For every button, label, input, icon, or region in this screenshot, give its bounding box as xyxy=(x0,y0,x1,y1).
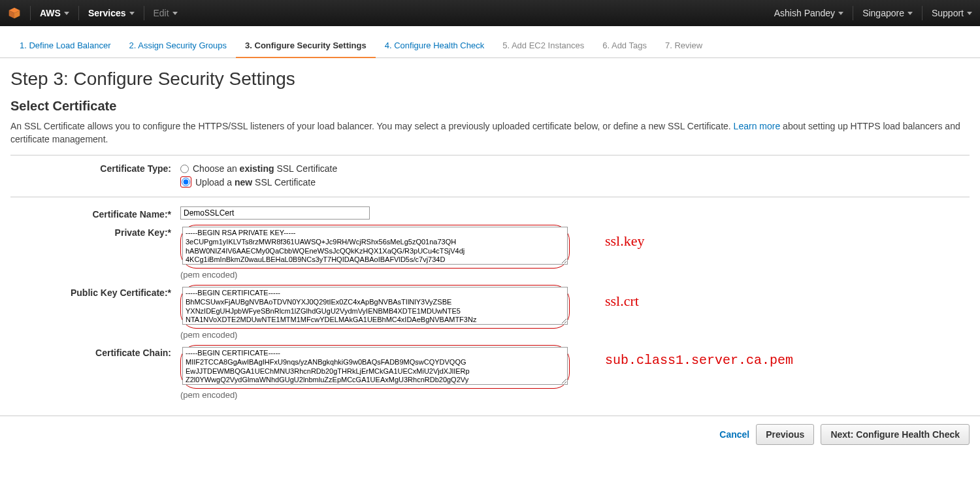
wizard-step-4[interactable]: 4. Configure Health Check xyxy=(376,34,493,58)
cert-name-label: Certificate Name:* xyxy=(10,206,180,220)
cert-name-input[interactable] xyxy=(180,206,370,220)
chevron-down-icon xyxy=(129,12,135,15)
top-navbar: AWS Services Edit Ashish Pandey Singapor… xyxy=(0,0,980,26)
learn-more-link[interactable]: Learn more xyxy=(734,121,781,131)
section-title: Select Certificate xyxy=(10,99,970,114)
annotation-ca-pem: sub.class1.server.ca.pem xyxy=(605,353,793,368)
public-key-label: Public Key Certificate:* xyxy=(10,285,180,298)
public-key-textarea[interactable] xyxy=(182,287,568,325)
chevron-down-icon xyxy=(967,12,972,15)
radio-upload-cert[interactable] xyxy=(182,178,190,186)
radio-existing-cert[interactable] xyxy=(180,165,189,173)
wizard-step-1[interactable]: 1. Define Load Balancer xyxy=(10,34,120,58)
cert-chain-textarea[interactable] xyxy=(182,347,568,385)
footer-actions: Cancel Previous Next: Configure Health C… xyxy=(0,416,980,453)
cert-chain-hint: (pem encoded) xyxy=(180,390,570,400)
public-key-hint: (pem encoded) xyxy=(180,330,570,340)
nav-aws[interactable]: AWS xyxy=(40,8,69,18)
chevron-down-icon xyxy=(838,12,843,15)
section-description: An SSL Certificate allows you to configu… xyxy=(10,120,970,155)
chevron-down-icon xyxy=(907,12,913,15)
cert-chain-label: Certificate Chain: xyxy=(10,345,180,358)
wizard-step-7: 7. Review xyxy=(656,34,711,58)
nav-region[interactable]: Singapore xyxy=(862,8,913,18)
wizard-steps: 1. Define Load Balancer 2. Assign Securi… xyxy=(0,34,980,58)
aws-logo-icon[interactable] xyxy=(8,7,21,20)
annotation-ssl-crt: ssl.crt xyxy=(605,293,639,310)
nav-edit[interactable]: Edit xyxy=(154,8,178,18)
wizard-step-2[interactable]: 2. Assign Security Groups xyxy=(120,34,236,58)
annotation-ssl-key: ssl.key xyxy=(605,233,645,250)
previous-button[interactable]: Previous xyxy=(756,424,814,445)
radio-upload-label: Upload a new SSL Certificate xyxy=(195,177,316,188)
private-key-textarea[interactable] xyxy=(182,227,568,265)
nav-services[interactable]: Services xyxy=(88,8,135,18)
nav-support[interactable]: Support xyxy=(932,8,972,18)
radio-existing-label: Choose an existing SSL Certificate xyxy=(193,163,337,174)
nav-user[interactable]: Ashish Pandey xyxy=(774,8,843,18)
cancel-link[interactable]: Cancel xyxy=(719,429,749,440)
cert-type-label: Certificate Type: xyxy=(10,162,180,189)
page-title: Step 3: Configure Security Settings xyxy=(10,69,970,90)
next-button[interactable]: Next: Configure Health Check xyxy=(821,424,970,445)
wizard-step-5: 5. Add EC2 Instances xyxy=(493,34,593,58)
chevron-down-icon xyxy=(64,12,69,15)
private-key-hint: (pem encoded) xyxy=(180,270,570,280)
private-key-label: Private Key:* xyxy=(10,225,180,238)
wizard-step-6: 6. Add Tags xyxy=(593,34,656,58)
wizard-step-3[interactable]: 3. Configure Security Settings xyxy=(236,34,376,58)
chevron-down-icon xyxy=(172,12,178,15)
